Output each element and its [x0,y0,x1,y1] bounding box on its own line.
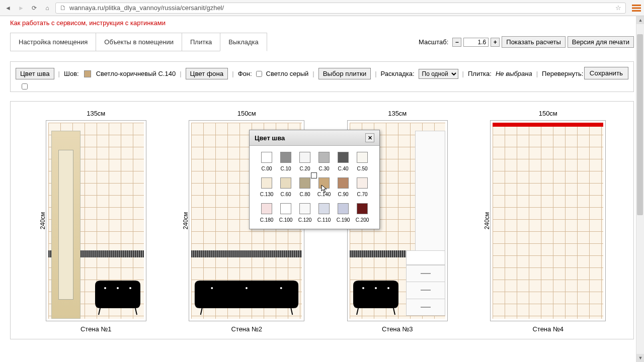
svg-line-4 [135,308,137,315]
help-link[interactable]: Как работать с сервисом, инструкция с ка… [10,19,166,27]
color-swatch[interactable] [280,177,291,189]
color-swatch[interactable] [318,177,330,189]
tab-objects[interactable]: Объекты в помещении [96,33,182,51]
scale-plus[interactable]: + [491,38,500,47]
wall-4: 150см 240см Стена №4 [478,110,619,333]
color-swatch[interactable] [357,177,368,189]
color-swatch[interactable] [338,152,349,163]
svg-line-13 [357,308,358,315]
wall-height: 240см [484,212,491,229]
tub-object[interactable] [192,281,301,316]
selection-marker [311,172,317,178]
color-code: C.20 [299,166,310,171]
tub-object[interactable] [351,281,401,316]
scale-label: Масштаб: [419,38,448,46]
color-code: C.50 [357,166,367,171]
tab-layout[interactable]: Выкладка [220,33,267,51]
color-swatch[interactable] [261,177,272,189]
menu-icon[interactable] [632,4,641,13]
color-swatch[interactable] [357,152,368,163]
scale-minus[interactable]: − [452,38,461,47]
dialog-body: C.00C.10C.20C.30C.40C.50C.130C.60C.80C.1… [250,146,379,229]
wall-1: 135см 240см Стена №1 [26,110,167,333]
svg-rect-1 [632,7,641,9]
dialog-close-button[interactable]: ✕ [365,133,374,142]
show-calc-button[interactable]: Показать расчеты [502,36,566,48]
color-code: C.200 [356,217,369,223]
svg-point-6 [117,287,119,289]
bg-checkbox[interactable] [256,71,262,77]
color-code: C.90 [338,192,348,197]
flip-label: Перевернуть: [542,70,583,77]
print-version-button[interactable]: Версия для печати [568,36,634,48]
tile-label: Плитка: [468,70,492,77]
color-code: C.120 [298,217,312,223]
browser-bar: ◄ ► ⟳ ⌂ 🗋 wannaya.ru/plitka_dlya_vannoy/… [0,0,644,16]
seam-value: Светло-коричневый С.140 [96,70,176,77]
bg-value: Светло серый [266,70,309,77]
color-swatch[interactable] [261,203,272,214]
bg-label: Фон: [238,70,252,77]
scale-input[interactable] [463,38,489,47]
color-swatch[interactable] [299,177,310,189]
wall-width: 150см [237,110,256,117]
layout-select[interactable]: По одной [419,69,458,79]
home-button[interactable]: ⌂ [42,3,52,13]
color-swatch[interactable] [280,203,291,214]
color-code: C.30 [318,166,329,171]
color-swatch[interactable] [261,152,272,163]
color-swatch[interactable] [299,152,310,163]
scale-group: Масштаб: − + Показать расчеты Версия для… [419,36,634,48]
wall-canvas[interactable]: 240см [46,120,146,321]
svg-point-16 [375,287,377,289]
door-object[interactable] [51,131,80,319]
color-code: C.100 [279,217,293,223]
wall-height: 240см [39,212,46,229]
extra-checkbox[interactable] [22,83,28,89]
reload-button[interactable]: ⟳ [29,3,39,13]
color-swatch[interactable] [338,177,349,189]
save-button[interactable]: Сохранить [584,67,628,79]
color-code: C.140 [317,192,331,197]
back-button[interactable]: ◄ [3,3,13,13]
color-cell: C.140 [316,177,332,197]
wall-height: 240см [182,212,189,229]
color-code: C.110 [317,217,331,223]
url-bar[interactable]: 🗋 wannaya.ru/plitka_dlya_vannoy/russia/c… [55,3,626,14]
svg-line-3 [99,308,100,315]
scroll-down-icon[interactable]: ▼ [636,354,644,362]
tile-select-button[interactable]: Выбор плитки [318,68,371,79]
url-text: wannaya.ru/plitka_dlya_vannoy/russia/cer… [69,4,224,12]
forward-button[interactable]: ► [16,3,26,13]
color-swatch[interactable] [318,203,330,214]
color-swatch[interactable] [280,152,291,163]
color-cell: C.110 [316,203,332,223]
wall-canvas[interactable]: 240см [490,120,606,321]
color-cell: C.20 [297,152,313,171]
bg-color-button[interactable]: Цвет фона [186,68,228,79]
seam-color-button[interactable]: Цвет шва [16,68,54,79]
color-swatch[interactable] [357,203,368,214]
color-cell: C.70 [354,177,370,197]
tab-room[interactable]: Настройка помещения [10,33,96,51]
svg-point-5 [104,287,106,289]
svg-line-9 [291,308,293,315]
page-icon: 🗋 [60,4,66,12]
color-code: C.40 [338,166,348,171]
color-swatch[interactable] [338,203,349,214]
svg-point-7 [129,287,131,289]
color-cell: C.130 [259,177,275,197]
layout-label: Раскладка: [381,70,415,77]
svg-point-11 [246,287,248,289]
tab-tile[interactable]: Плитка [182,33,220,51]
vanity-object[interactable] [406,250,445,316]
bookmark-icon[interactable]: ☆ [615,4,621,12]
color-swatch[interactable] [299,203,310,214]
color-code: C.10 [280,166,291,171]
dialog-titlebar[interactable]: Цвет шва ✕ [250,130,379,146]
svg-line-8 [201,308,202,315]
color-swatch[interactable] [318,152,330,163]
seam-color-dialog: Цвет шва ✕ C.00C.10C.20C.30C.40C.50C.130… [249,130,380,229]
tub-object[interactable] [93,281,143,316]
cabinet-object[interactable] [415,131,445,251]
